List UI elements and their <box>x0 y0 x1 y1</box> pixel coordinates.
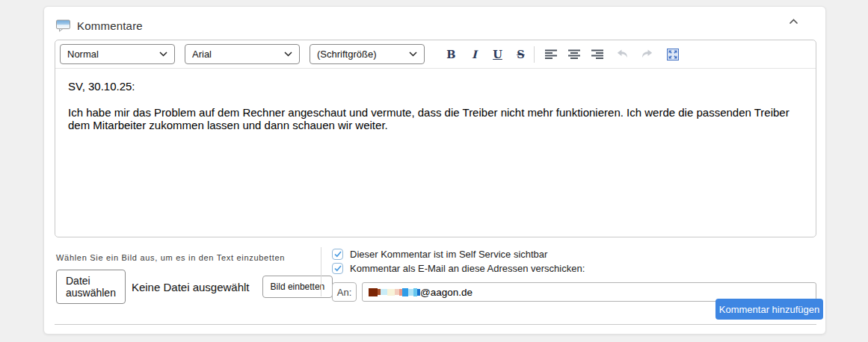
chevron-up-icon[interactable] <box>789 19 798 25</box>
embed-image-button[interactable]: Bild einbetten <box>262 276 333 298</box>
checkmark-icon <box>334 251 342 258</box>
comment-date-line: SV, 30.10.25: <box>68 80 803 93</box>
checkmark-icon <box>334 265 342 272</box>
self-service-label: Dieser Kommentar ist im Self Service sic… <box>350 249 547 260</box>
comment-options: Dieser Kommentar ist im Self Service sic… <box>332 247 816 302</box>
comments-panel: Kommentare Normal Arial (Schriftgröße) <box>43 6 826 335</box>
recipient-to-label: An: <box>332 282 357 302</box>
fullscreen-icon[interactable] <box>661 45 684 64</box>
align-center-icon[interactable] <box>562 45 585 64</box>
bold-button[interactable]: B <box>440 45 463 64</box>
comment-body-text: Ich habe mir das Problem auf dem Rechner… <box>68 106 803 132</box>
italic-button[interactable]: I <box>463 45 486 64</box>
footer-divider <box>55 324 816 325</box>
format-buttons: B I U S <box>440 45 532 64</box>
font-size-select[interactable]: (Schriftgröße) <box>310 44 425 64</box>
undo-icon[interactable] <box>612 45 635 64</box>
email-checkbox[interactable] <box>332 263 343 274</box>
align-right-icon[interactable] <box>585 45 609 64</box>
no-file-selected-text: Keine Datei ausgewählt <box>132 281 250 293</box>
image-embed-instruction: Wählen Sie ein Bild aus, um es in den Te… <box>56 253 319 262</box>
email-checkbox-label: Kommentar als E-Mail an diese Adressen v… <box>350 263 585 274</box>
align-left-icon[interactable] <box>539 45 562 64</box>
image-embed-section: Wählen Sie ein Bild aus, um es in den Te… <box>56 253 319 304</box>
chevron-down-icon <box>159 52 167 57</box>
vertical-divider <box>321 247 321 296</box>
editor-toolbar: Normal Arial (Schriftgröße) B I U S <box>55 40 816 69</box>
paragraph-style-value: Normal <box>67 49 99 60</box>
email-domain-text: @aagon.de <box>420 287 473 298</box>
chevron-down-icon <box>284 52 292 57</box>
font-size-value: (Schriftgröße) <box>317 49 376 60</box>
rich-text-editor: Normal Arial (Schriftgröße) B I U S <box>55 40 816 237</box>
redacted-email-blocks <box>369 287 420 296</box>
self-service-row: Dieser Kommentar ist im Self Service sic… <box>332 247 816 261</box>
add-comment-button[interactable]: Kommentar hinzufügen <box>715 299 823 320</box>
self-service-checkbox[interactable] <box>332 249 343 260</box>
email-row: Kommentar als E-Mail an diese Adressen v… <box>332 261 816 276</box>
comment-bubble-icon <box>56 19 70 32</box>
choose-file-button[interactable]: Datei auswählen <box>56 270 126 304</box>
paragraph-style-select[interactable]: Normal <box>60 44 175 64</box>
underline-button[interactable]: U <box>486 45 509 64</box>
editor-content-area[interactable]: SV, 30.10.25: Ich habe mir das Problem a… <box>55 69 816 237</box>
panel-title: Kommentare <box>77 19 143 32</box>
redo-icon[interactable] <box>635 45 658 64</box>
toolbar-divider <box>534 46 535 63</box>
panel-header: Kommentare <box>56 16 813 34</box>
font-family-select[interactable]: Arial <box>185 44 300 64</box>
page-background: Kommentare Normal Arial (Schriftgröße) <box>0 0 868 342</box>
strikethrough-button[interactable]: S <box>509 45 532 64</box>
chevron-down-icon <box>409 52 417 57</box>
font-family-value: Arial <box>192 49 212 60</box>
